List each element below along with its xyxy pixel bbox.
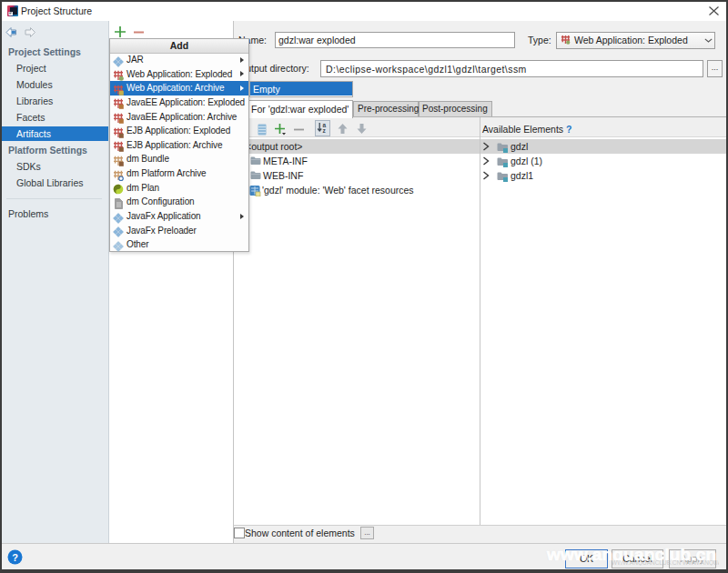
svg-text:?: ? xyxy=(12,552,18,563)
svg-text:z: z xyxy=(322,127,326,133)
